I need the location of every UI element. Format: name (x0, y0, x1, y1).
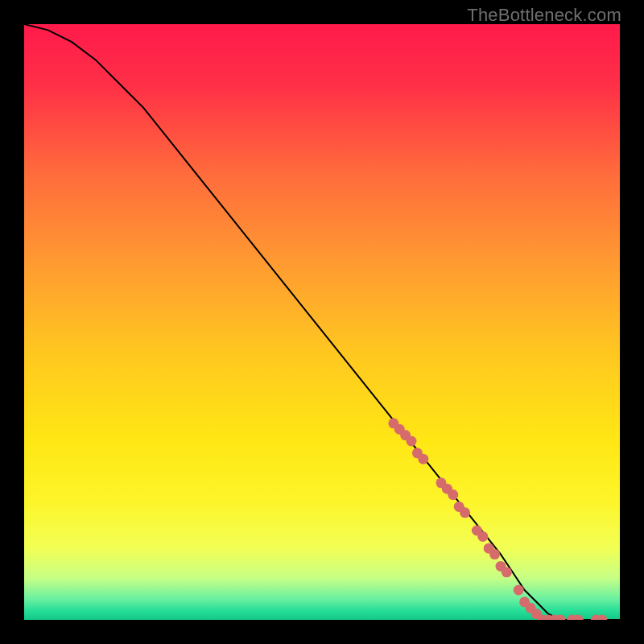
plot-area (24, 24, 620, 620)
marker-group (388, 418, 607, 620)
data-marker (448, 489, 458, 500)
data-marker (407, 436, 417, 447)
data-marker (489, 549, 500, 559)
data-marker (477, 531, 488, 542)
curve-line (24, 24, 620, 620)
watermark-text: TheBottleneck.com (467, 5, 621, 26)
data-marker (502, 567, 512, 577)
data-marker (514, 585, 524, 596)
data-marker (460, 507, 470, 518)
chart-stage: TheBottleneck.com (0, 0, 644, 644)
chart-overlay (24, 24, 620, 620)
data-marker (418, 454, 428, 464)
